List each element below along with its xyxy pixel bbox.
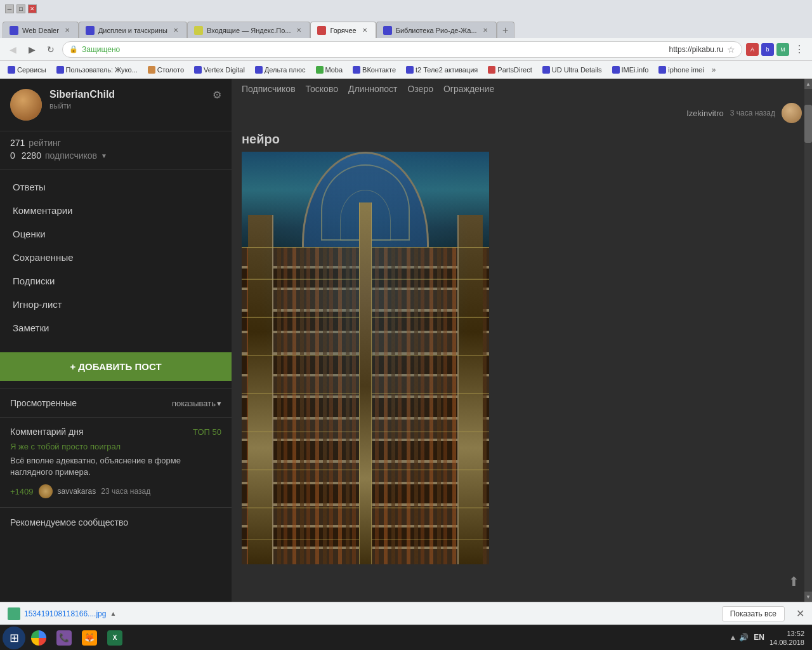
download-filename[interactable]: 153419108118166....jpg	[24, 609, 106, 618]
tab-yandex-mail[interactable]: Входящие — Яндекс.По... ✕	[187, 22, 311, 38]
page-scrollbar[interactable]: ▲ ▼	[804, 79, 812, 602]
tray-language[interactable]: EN	[754, 633, 764, 642]
taskbar: ⊞ 📞 🦊 X ▲ 🔊 EN 13:52 14.08.2018	[0, 625, 812, 650]
cod-username[interactable]: savvakaras	[58, 487, 96, 496]
bookmark-iphone-imei[interactable]: iphone imei	[656, 65, 706, 75]
tray-time: 13:52	[769, 629, 804, 638]
show-all-downloads-button[interactable]: Показать все	[722, 606, 785, 621]
extension-icon-2[interactable]: b	[761, 43, 774, 56]
viewed-show-button[interactable]: показывать ▾	[172, 399, 221, 408]
bookmark-favicon	[542, 66, 550, 74]
start-button[interactable]: ⊞	[3, 627, 25, 649]
back-to-top-icon[interactable]: ⬆	[789, 574, 799, 589]
tab-close-icon[interactable]: ✕	[360, 26, 369, 35]
taskbar-viber[interactable]: 📞	[52, 627, 76, 649]
bookmark-favicon	[194, 66, 202, 74]
menu-item-comments[interactable]: Комментарии	[0, 199, 232, 222]
bookmark-imei[interactable]: IMEi.info	[610, 65, 652, 75]
tag-tosko[interactable]: Тосково	[306, 84, 338, 94]
bookmark-favicon	[148, 66, 155, 74]
bookmark-vk[interactable]: ВКонтакте	[350, 65, 398, 75]
tab-displays[interactable]: Дисплеи и тачскрины ✕	[79, 22, 187, 38]
scroll-up-arrow[interactable]: ▲	[804, 79, 812, 89]
minimize-button[interactable]: ─	[5, 4, 14, 13]
cod-score: +1409	[10, 487, 34, 496]
bookmark-ultra-details[interactable]: UD Ultra Details	[540, 65, 605, 75]
back-button[interactable]: ◀	[5, 42, 20, 57]
tab-close-icon[interactable]: ✕	[481, 26, 490, 35]
bookmark-user[interactable]: Пользователь: Жуко...	[54, 65, 140, 75]
post-title: нейро	[232, 127, 812, 152]
extension-icon-3[interactable]: M	[776, 43, 789, 56]
taskbar-chrome[interactable]	[27, 627, 51, 649]
tab-library[interactable]: Библиотека Рио-де-Жа... ✕	[376, 22, 497, 38]
post-author[interactable]: Izekinvitro	[686, 109, 724, 118]
bookmarks-overflow-button[interactable]: »	[712, 65, 716, 74]
post-image	[242, 152, 489, 564]
tab-label: Web Dealer	[22, 27, 59, 34]
logout-link[interactable]: выйти	[49, 102, 205, 110]
tab-close-icon[interactable]: ✕	[63, 26, 72, 35]
address-bar[interactable]: 🔒 Защищено https://pikabu.ru ☆	[62, 41, 742, 58]
address-protocol: Защищено	[82, 45, 663, 54]
scrollbar-thumb[interactable]	[804, 105, 812, 143]
taskbar-firefox[interactable]: 🦊	[77, 627, 102, 649]
menu-item-saved[interactable]: Сохраненные	[0, 246, 232, 269]
tab-hot[interactable]: Горячее ✕	[310, 22, 376, 38]
bookmark-favicon	[316, 66, 324, 74]
download-expand-icon[interactable]: ▲	[110, 610, 116, 617]
username: SiberianChild	[49, 89, 205, 100]
new-tab-button[interactable]: +	[497, 22, 514, 38]
main-content: Подписчиков Тосково Длиннопост Озеро Огр…	[232, 79, 812, 602]
tray-speaker-icon: 🔊	[739, 633, 749, 642]
bookmark-moba[interactable]: Moba	[313, 65, 346, 75]
close-download-bar-icon[interactable]: ✕	[796, 607, 804, 620]
add-post-button[interactable]: + ДОБАВИТЬ ПОСТ	[0, 352, 232, 381]
close-button[interactable]: ✕	[28, 4, 37, 13]
comment-of-day-section: Комментарий дня ТОП 50 Я же с тобой прос…	[0, 417, 232, 507]
menu-button[interactable]: ⋮	[792, 42, 807, 57]
windows-icon: ⊞	[10, 631, 19, 645]
extension-icon-1[interactable]: A	[746, 43, 759, 56]
menu-item-ignore[interactable]: Игнор-лист	[0, 293, 232, 316]
download-file-icon	[8, 607, 20, 620]
tab-label: Горячее	[330, 27, 356, 34]
bookmark-label: IMEi.info	[622, 66, 649, 74]
tray-icons: ▲ 🔊	[729, 633, 749, 642]
bookmark-vertex[interactable]: Vertex Digital	[192, 65, 247, 75]
tab-close-icon[interactable]: ✕	[294, 26, 303, 35]
forward-button[interactable]: ▶	[24, 42, 39, 57]
tab-close-icon[interactable]: ✕	[171, 26, 180, 35]
settings-icon[interactable]: ⚙	[213, 89, 221, 101]
bookmark-label: iphone imei	[668, 66, 704, 74]
menu-item-ratings[interactable]: Оценки	[0, 222, 232, 246]
tag-long-post[interactable]: Длиннопост	[348, 84, 398, 94]
tab-bar: Web Dealer ✕ Дисплеи и тачскрины ✕ Входя…	[0, 18, 812, 38]
cod-comment-text: Всё вполне адекватно, объяснение в форме…	[10, 455, 221, 478]
bookmark-services[interactable]: Сервисы	[5, 65, 49, 75]
cod-comment-link[interactable]: Я же с тобой просто поиграл	[10, 442, 221, 451]
tag-subscribers[interactable]: Подписчиков	[242, 84, 296, 94]
cod-user-avatar	[39, 484, 53, 498]
scroll-down-arrow[interactable]: ▼	[804, 592, 812, 602]
cod-time: 23 часа назад	[101, 487, 150, 496]
cod-top50-link[interactable]: ТОП 50	[193, 427, 221, 437]
bookmark-delta[interactable]: Дельта плюс	[252, 65, 308, 75]
tag-fence[interactable]: Ограждение	[443, 84, 494, 94]
maximize-button[interactable]: □	[16, 4, 25, 13]
menu-item-answers[interactable]: Ответы	[0, 175, 232, 199]
reload-button[interactable]: ↻	[43, 42, 58, 57]
bookmark-star-icon[interactable]: ☆	[727, 44, 735, 55]
tab-web-dealer[interactable]: Web Dealer ✕	[3, 22, 79, 38]
taskbar-excel[interactable]: X	[103, 627, 127, 649]
menu-item-notes[interactable]: Заметки	[0, 316, 232, 340]
viber-icon: 📞	[56, 630, 72, 646]
menu-item-subscriptions[interactable]: Подписки	[0, 269, 232, 293]
subscribers-row: 0 2280 подписчиков ▼	[10, 150, 221, 161]
bookmark-stoloto[interactable]: Столото	[145, 65, 187, 75]
bookmark-partsdirect[interactable]: PartsDirect	[485, 65, 534, 75]
tag-lake[interactable]: Озеро	[407, 84, 433, 94]
bookmark-tele2[interactable]: t2 Теле2 активация	[403, 65, 480, 75]
menu-items: Ответы Комментарии Оценки Сохраненные По…	[0, 170, 232, 345]
recommended-section: Рекомендуемое сообщество	[0, 507, 232, 537]
